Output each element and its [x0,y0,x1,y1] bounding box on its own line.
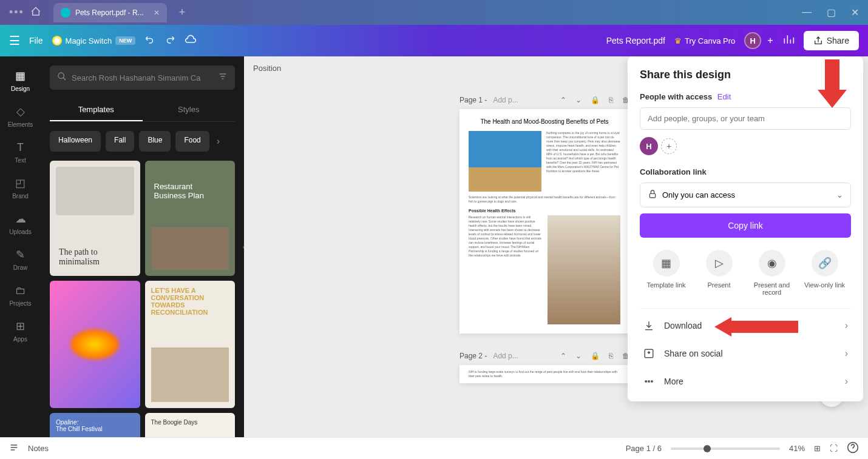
template-card[interactable]: LET'S HAVE A CONVERSATION TOWARDS RECONC… [145,281,236,408]
maximize-icon[interactable]: ▢ [827,7,836,18]
access-value: Only you can access [662,190,735,199]
sidebar-item-uploads[interactable]: ☁ Uploads [0,206,41,241]
doc-body-text: Scientists are looking at what the poten… [469,195,620,204]
hamburger-icon[interactable]: ☰ [9,33,20,48]
grid-view-icon[interactable]: ⊞ [814,444,821,453]
present-record-option[interactable]: ◉ Present and record [748,250,796,296]
template-card[interactable] [50,281,140,408]
duplicate-icon[interactable]: ⎘ [609,352,613,360]
edit-access-link[interactable]: Edit [717,92,731,101]
chip-halloween[interactable]: Halloween [50,131,101,152]
page-up-icon[interactable]: ⌃ [560,96,566,104]
doc-body-text: NIH is funding large-scale surveys to fi… [469,370,620,378]
page-up-icon[interactable]: ⌃ [560,352,566,360]
search-box[interactable] [50,65,235,90]
search-icon [57,72,67,84]
projects-icon: 🗀 [13,283,28,298]
canvas-page-1[interactable]: The Health and Mood-Boosting Benefits of… [459,109,629,333]
tab-templates[interactable]: Templates [50,99,143,121]
chip-more-icon[interactable]: › [214,131,222,152]
template-thumbnail [56,167,134,215]
nav-label: Elements [8,121,33,128]
close-icon[interactable]: ✕ [154,8,160,17]
chip-food[interactable]: Food [175,131,209,152]
tab-styles[interactable]: Styles [143,99,236,121]
sidebar-item-brand[interactable]: ◰ Brand [0,170,41,206]
page-name-input[interactable]: Add p... [493,352,518,360]
browser-tab[interactable]: Pets Report.pdf - R... ✕ [53,3,167,22]
notes-icon[interactable] [9,443,19,454]
analytics-icon[interactable] [782,33,795,48]
chip-blue[interactable]: Blue [139,131,171,152]
zoom-slider[interactable] [671,447,780,450]
template-title: The path to minimalism [59,247,131,267]
template-link-option[interactable]: ▦ Template link [642,250,691,296]
sidebar-item-design[interactable]: ▦ Design [0,62,41,98]
sidebar-item-apps[interactable]: ⊞ Apps [0,313,41,349]
collapse-panel-icon[interactable]: ‹ [239,226,244,268]
copy-link-button[interactable]: Copy link [640,213,851,238]
template-card[interactable]: Restaurant Business Plan [145,161,236,276]
chevron-down-icon: ⌄ [836,190,843,199]
nav-label: Draw [13,264,27,271]
help-icon[interactable] [847,441,859,455]
present-option[interactable]: ▷ Present [695,250,744,296]
nav-label: Text [15,157,25,164]
template-title: Restaurant Business Plan [154,182,226,200]
share-button[interactable]: Share [804,31,859,50]
page-name-input[interactable]: Add p... [493,96,518,104]
design-icon: ▦ [13,69,28,83]
user-avatar[interactable]: H [640,137,658,155]
add-people-input[interactable] [640,107,851,130]
filter-icon[interactable] [218,72,228,84]
sidebar-item-elements[interactable]: ◇ Elements [0,98,41,134]
zoom-value[interactable]: 41% [789,444,805,453]
file-menu[interactable]: File [29,36,43,45]
document-title[interactable]: Pets Report.pdf [606,36,665,45]
sidebar-item-text[interactable]: T Text [0,134,41,170]
apps-icon: ⊞ [13,319,28,333]
redo-icon[interactable] [164,34,175,47]
share-social-action[interactable]: Share on social › [640,340,851,367]
template-card[interactable]: Opaline: The Chill Festival [50,413,140,437]
chevron-right-icon: › [845,376,848,387]
add-member-icon[interactable]: + [767,35,773,46]
option-label: Template link [646,281,685,289]
canvas-page-2[interactable]: NIH is funding large-scale surveys to fi… [459,365,629,383]
doc-subheading: Possible Health Effects [469,209,620,213]
add-user-icon[interactable]: + [661,138,677,154]
duplicate-icon[interactable]: ⎘ [609,96,613,104]
chip-fall[interactable]: Fall [106,131,134,152]
more-action[interactable]: ••• More › [640,367,851,395]
magic-switch-button[interactable]: Magic Switch NEW [52,36,136,45]
template-card[interactable]: The path to minimalism [50,161,140,276]
menu-dots-icon[interactable]: ••• [9,6,24,19]
zoom-thumb[interactable] [704,445,711,452]
cloud-sync-icon[interactable] [185,33,197,48]
page-down-icon[interactable]: ⌄ [575,96,581,104]
add-tab-icon[interactable]: + [179,6,186,19]
access-dropdown[interactable]: Only you can access ⌄ [640,183,851,207]
template-title: Opaline: [56,419,134,426]
lock-icon[interactable]: 🔒 [591,96,600,104]
link-icon: 🔗 [812,250,838,276]
user-avatar[interactable]: H [744,32,761,49]
fullscreen-icon[interactable]: ⛶ [830,444,838,453]
page-down-icon[interactable]: ⌄ [575,352,581,360]
page-indicator[interactable]: Page 1 / 6 [626,444,662,453]
search-input[interactable] [72,73,213,82]
home-icon[interactable] [30,6,41,19]
notes-button[interactable]: Notes [28,444,49,453]
try-pro-button[interactable]: ♛ Try Canva Pro [674,36,735,45]
sidebar-item-draw[interactable]: ✎ Draw [0,241,41,277]
nav-label: Brand [12,193,29,199]
undo-icon[interactable] [144,34,155,47]
view-only-option[interactable]: 🔗 View-only link [801,250,849,296]
template-card[interactable]: The Boogie Days [145,413,236,437]
close-window-icon[interactable]: ✕ [851,7,859,18]
sidebar-item-projects[interactable]: 🗀 Projects [0,277,41,313]
minimize-icon[interactable]: — [802,7,812,18]
more-icon: ••• [643,377,655,386]
position-button[interactable]: Position [253,64,281,73]
lock-icon[interactable]: 🔒 [591,352,600,360]
